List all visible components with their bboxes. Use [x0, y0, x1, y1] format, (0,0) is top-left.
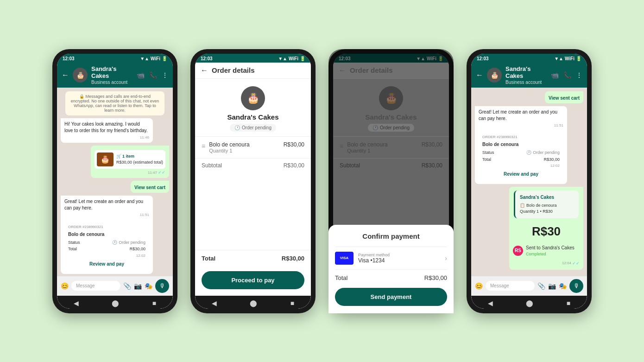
back-nav-4[interactable]: ◀ [488, 299, 493, 307]
back-nav-1[interactable]: ◀ [74, 299, 79, 307]
review-pay-btn-4[interactable]: Review and pay [482, 171, 560, 178]
recents-nav-4[interactable]: ■ [567, 299, 570, 307]
enc-notice-1: 🔒 Messages and calls are end-to-end encr… [65, 91, 164, 115]
home-nav-2[interactable]: ⬤ [250, 299, 257, 307]
seller-avatar-2: 🎂 [241, 86, 265, 110]
proceed-btn-2[interactable]: Proceed to pay [202, 271, 304, 289]
item-price-2: R$30,00 [284, 141, 304, 148]
seller-info-2: 🎂 Sandra's Cakes 🕐 Order pending [195, 79, 311, 136]
avatar-4: 🎂 [487, 68, 502, 83]
attach-icon-1[interactable]: 📎 [123, 282, 131, 290]
confirm-total-row: Total R$30,00 [335, 270, 447, 286]
payment-time-4: 12:04 ✓✓ [513, 260, 580, 267]
items-count: 🛒 1 item [116, 153, 163, 159]
payment-item-icon: 📋 [520, 203, 525, 209]
camera-icon-4[interactable]: 📷 [548, 282, 556, 290]
payment-item-4: 📋 Bolo de cenoura [520, 203, 574, 209]
order-details-title-2: Order details [212, 66, 255, 74]
camera-icon-1[interactable]: 📷 [134, 282, 142, 290]
phones-container: 12:03 ▼▲ WiFi 🔋 ← 🎂 Sandra's Cakes Busin… [43, 31, 601, 332]
view-cart-btn[interactable]: View sent cart [134, 184, 165, 191]
recents-nav-2[interactable]: ■ [290, 299, 294, 307]
battery-icon-2: 🔋 [300, 56, 305, 61]
payment-overlay: Confirm payment VISA Payment method Visa… [328, 49, 454, 313]
order-item-4: Bolo de cenoura [482, 141, 560, 148]
send-payment-btn[interactable]: Send payment [335, 288, 447, 306]
mic-button-1[interactable]: 🎙 [155, 279, 169, 293]
call-icon-4[interactable]: 📞 [563, 71, 571, 79]
order-text-4: Great! Let me create an order and you ca… [479, 109, 557, 121]
total-row-2: Total R$30,00 [195, 250, 311, 267]
payment-completed-row: Sandra's Cakes 📋 Bolo de cenoura Quantit… [475, 187, 583, 270]
nav-bar-1: ◀ ⬤ ■ [57, 296, 173, 309]
video-icon-4[interactable]: 📹 [551, 71, 559, 79]
bubble-text-incoming-1: Hi! Your cakes look amazing. I would lov… [64, 121, 148, 133]
item-name-2: Bolo de cenoura [209, 141, 279, 148]
sticker-icon-1[interactable]: 🎭 [145, 282, 152, 290]
home-nav-4[interactable]: ⬤ [526, 299, 533, 307]
back-button-2[interactable]: ← [201, 66, 208, 75]
bubble-row-incoming-1: Hi! Your cakes look amazing. I would lov… [61, 118, 169, 143]
order-card-time-1: 12:02 [68, 253, 145, 258]
video-icon[interactable]: 📹 [137, 71, 145, 79]
pm-name: Visa •1234 [358, 257, 440, 264]
view-cart-bubble-4: View sent cart [545, 91, 583, 103]
battery-icon-4: 🔋 [576, 56, 581, 61]
review-pay-btn-1[interactable]: Review and pay [68, 261, 145, 267]
mic-button-4[interactable]: 🎙 [569, 279, 583, 293]
order-item-row-2: ≡ Bolo de cenoura Quantity 1 R$30,00 [195, 136, 311, 158]
bubble-row-order-text: Great! Let me create an order and you ca… [61, 196, 169, 274]
phone-2-screen: 12:03 ▼▲ WiFi 🔋 ← Order details 🎂 Sandra… [195, 54, 311, 309]
order-total-row-1: Total R$30,00 [68, 246, 145, 252]
phone-2: 12:03 ▼▲ WiFi 🔋 ← Order details 🎂 Sandra… [190, 49, 316, 313]
bubble-order-4: Great! Let me create an order and you ca… [475, 106, 567, 184]
cart-price: R$30,00 (estimated total) [116, 159, 163, 165]
status-icons-1: ▼▲ WiFi 🔋 [140, 56, 167, 61]
avatar-1: 🎂 [73, 68, 88, 83]
status-pending-4: 🕐 Order pending [526, 150, 560, 156]
subtotal-value-2: R$30,00 [284, 162, 304, 169]
sent-info-4: Sent to Sandra's Cakes Completed [526, 245, 580, 257]
back-nav-2[interactable]: ◀ [212, 299, 217, 307]
chevron-icon: › [445, 254, 447, 262]
time-2: 12:03 [201, 56, 213, 61]
payment-card-bubble: Sandra's Cakes 📋 Bolo de cenoura Quantit… [509, 187, 583, 270]
clock-icon-2: 🕐 [234, 125, 240, 130]
sent-to-4: Sent to Sandra's Cakes [526, 245, 580, 251]
message-input-1[interactable]: Message [71, 281, 120, 291]
more-icon[interactable]: ⋮ [162, 71, 168, 79]
phone-4-screen: 12:03 ▼▲ WiFi 🔋 ← 🎂 Sandra's Cakes Busin… [471, 54, 587, 309]
call-icon[interactable]: 📞 [149, 71, 157, 79]
chat-area-1: 🔒 Messages and calls are end-to-end encr… [57, 88, 173, 276]
status-bar-1: 12:03 ▼▲ WiFi 🔋 [57, 54, 173, 63]
header-info-1: Sandra's Cakes Business account [91, 65, 133, 85]
message-input-4[interactable]: Message [486, 281, 535, 291]
contact-name-4: Sandra's Cakes [505, 65, 547, 80]
item-qty-2: Quantity 1 [209, 148, 279, 153]
sticker-icon-4[interactable]: 🎭 [559, 282, 567, 290]
phone-3: 12:03 ▼▲ WiFi 🔋 ← Order details 🎂 Sandra… [328, 49, 454, 313]
view-cart-bubble: View sent cart [131, 181, 169, 193]
bubble-row-order-4: Great! Let me create an order and you ca… [475, 106, 583, 184]
battery-icon: 🔋 [162, 56, 167, 61]
nav-bar-2: ◀ ⬤ ■ [195, 296, 311, 309]
back-button-4[interactable]: ← [476, 71, 483, 79]
recents-nav-1[interactable]: ■ [152, 299, 156, 307]
status-icons-2: ▼▲ WiFi 🔋 [278, 56, 305, 61]
more-icon-4[interactable]: ⋮ [576, 71, 582, 79]
payment-method-row[interactable]: VISA Payment method Visa •1234 › [335, 247, 447, 270]
attach-icon-4[interactable]: 📎 [537, 282, 545, 290]
view-sent-cart-4[interactable]: View sent cart [549, 95, 580, 102]
view-cart-row: View sent cart [61, 181, 169, 193]
payment-method-info: Payment method Visa •1234 [358, 253, 440, 264]
home-nav-1[interactable]: ⬤ [112, 299, 119, 307]
time-4: 12:03 [477, 56, 489, 61]
status-bar-4: 12:03 ▼▲ WiFi 🔋 [471, 54, 587, 63]
confirm-title: Confirm payment [335, 232, 447, 240]
subtotal-row-2: Subtotal R$30,00 [195, 158, 311, 172]
back-button-1[interactable]: ← [62, 71, 69, 79]
wa-header-4: ← 🎂 Sandra's Cakes Business account 📹 📞 … [471, 63, 587, 88]
emoji-icon-1[interactable]: 😊 [61, 282, 69, 290]
pm-label: Payment method [358, 253, 440, 257]
emoji-icon-4[interactable]: 😊 [475, 282, 483, 290]
